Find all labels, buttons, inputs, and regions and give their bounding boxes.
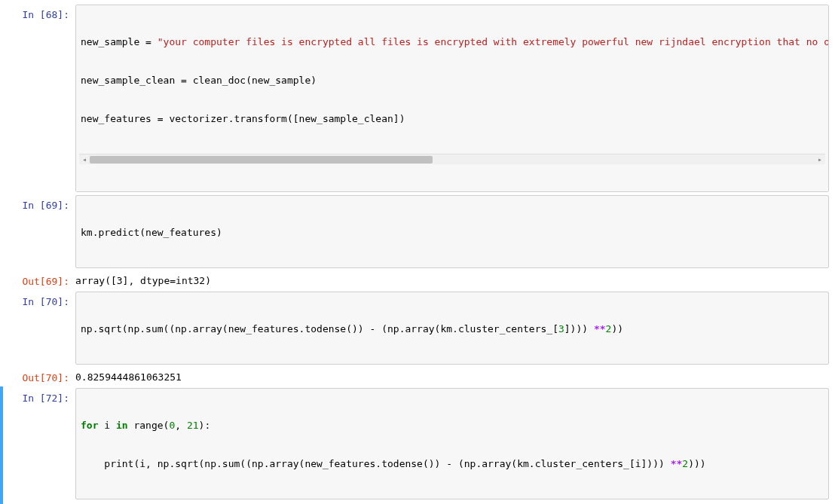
code-token: new_sample — [81, 36, 145, 47]
prompt-out-70: Out[70]: — [3, 368, 75, 384]
scrollbar-thumb[interactable] — [90, 156, 433, 163]
code-operator: ** — [594, 323, 606, 334]
code-line: new_sample_clean = clean_doc(new_sample) — [81, 74, 824, 87]
code-token: , — [175, 420, 187, 431]
code-token: np.sqrt(np.sum((np.array(new_features.to… — [81, 323, 558, 334]
code-token: ]))) — [564, 323, 594, 334]
code-token: ): — [199, 420, 211, 431]
code-line: km.predict(new_features) — [81, 226, 824, 239]
output-text-70: 0.8259444861063251 — [75, 368, 829, 385]
prompt-out-69: Out[69]: — [3, 271, 75, 288]
code-input-68[interactable]: new_sample = "your computer files is enc… — [75, 5, 829, 192]
code-token: range( — [128, 420, 170, 431]
code-number: 2 — [682, 458, 688, 469]
cell-70-output-content: 0.8259444861063251 — [75, 368, 835, 385]
code-token: = — [145, 36, 158, 47]
scroll-left-icon[interactable]: ◂ — [80, 155, 89, 164]
code-token: i — [98, 420, 115, 431]
horizontal-scrollbar[interactable]: ◂ ▸ — [79, 154, 825, 164]
code-input-69[interactable]: km.predict(new_features) — [75, 195, 829, 268]
scroll-right-icon[interactable]: ▸ — [815, 155, 824, 164]
cell-69-output-content: array([3], dtype=int32) — [75, 271, 835, 289]
prompt-in-69: In [69]: — [3, 195, 75, 212]
code-operator: ** — [671, 458, 683, 469]
cell-70-content: np.sqrt(np.sum((np.array(new_features.to… — [75, 292, 835, 365]
prompt-in-68: In [68]: — [3, 5, 75, 21]
cell-69: In [69]: km.predict(new_features) — [0, 194, 835, 270]
cell-68: In [68]: new_sample = "your computer fil… — [0, 3, 835, 194]
code-number: 3 — [558, 323, 564, 334]
code-line: new_features = vectorizer.transform([new… — [81, 112, 824, 125]
notebook: In [68]: new_sample = "your computer fil… — [0, 0, 835, 504]
cell-70-output: Out[70]: 0.8259444861063251 — [0, 366, 835, 386]
prompt-in-72: In [72]: — [3, 388, 75, 405]
cell-70: In [70]: np.sqrt(np.sum((np.array(new_fe… — [0, 290, 835, 366]
cell-68-content: new_sample = "your computer files is enc… — [75, 5, 835, 192]
code-token: print(i, np.sqrt(np.sum((np.array(new_fe… — [81, 458, 671, 469]
code-keyword: for — [81, 420, 98, 431]
cell-72-content: for i in range(0, 21): print(i, np.sqrt(… — [75, 388, 835, 504]
output-text-72: 0 1.05177976364863881 1.0750318018691598… — [75, 499, 829, 504]
output-text-69: array([3], dtype=int32) — [75, 271, 829, 289]
code-string: "your computer files is encrypted all fi… — [158, 36, 829, 47]
cell-69-content: km.predict(new_features) — [75, 195, 835, 268]
code-keyword: in — [116, 420, 128, 431]
cell-72: In [72]: for i in range(0, 21): print(i,… — [0, 386, 835, 504]
code-token: )) — [611, 323, 623, 334]
code-input-70[interactable]: np.sqrt(np.sum((np.array(new_features.to… — [75, 292, 829, 365]
code-token: ))) — [688, 458, 705, 469]
cell-69-output: Out[69]: array([3], dtype=int32) — [0, 270, 835, 290]
prompt-in-70: In [70]: — [3, 292, 75, 308]
code-number: 21 — [187, 420, 199, 431]
code-input-72[interactable]: for i in range(0, 21): print(i, np.sqrt(… — [75, 388, 829, 499]
